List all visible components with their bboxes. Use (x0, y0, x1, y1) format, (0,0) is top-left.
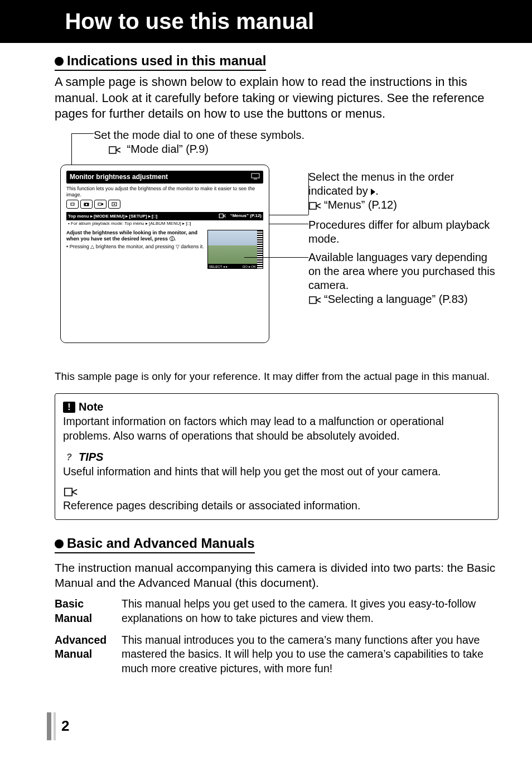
top-menu-path: Top menu ▸ [MODE MENU] ▸ [SETUP] ▸ [□] (68, 214, 157, 219)
top-menu-ref: “Menus” (P.12) (230, 213, 262, 218)
basic-manual-desc: This manual helps you get used to the ca… (122, 597, 499, 625)
basic-manual-row: Basic Manual This manual helps you get u… (55, 597, 499, 625)
basic-manual-label: Basic Manual (55, 597, 110, 625)
page-tab-inner (54, 712, 56, 740)
reference-body: Reference pages describing details or as… (63, 499, 490, 513)
bullet-icon (55, 57, 64, 66)
mode-dial-note: Set the mode dial to one of these symbol… (94, 129, 304, 156)
note-icon: ! (63, 402, 75, 413)
leader-line (269, 224, 308, 224)
sample-diagram: Set the mode dial to one of these symbol… (55, 129, 499, 352)
bullet-icon (55, 539, 64, 548)
svg-point-4 (86, 204, 88, 205)
mode-icon-auto (66, 200, 79, 209)
svg-rect-0 (252, 173, 259, 178)
page-tab (47, 712, 51, 740)
advanced-manual-label: Advanced Manual (55, 633, 110, 676)
header-spacer (0, 6, 55, 39)
photo-go-label: GO ▸ OK (243, 264, 256, 268)
tips-body: Useful information and hints that will h… (63, 465, 490, 479)
note-heading-text: Note (79, 401, 103, 413)
tips-heading: ? TIPS (63, 451, 490, 464)
sample-photo: SELECT ◂ ▸ GO ▸ OK (207, 230, 263, 269)
mode-icon-movie (94, 200, 107, 209)
mode-icon-row (66, 200, 263, 209)
page-title: How to use this manual (57, 4, 314, 40)
section-heading-text: Indications used in this manual (67, 53, 266, 68)
sample-album-line: • For album playback mode: Top menu ▸ [A… (66, 220, 263, 226)
annotation-menus-ref: “Menus” (P.12) (324, 199, 397, 211)
sample-page-box: Monitor brightness adjustment This funct… (60, 165, 269, 343)
section-heading-manuals-text: Basic and Advanced Manuals (67, 536, 255, 551)
advanced-manual-row: Advanced Manual This manual introduces y… (55, 633, 499, 676)
sample-photo-bar: SELECT ◂ ▸ GO ▸ OK (208, 264, 257, 268)
annotation-menus-text: Select the menus in the order indicated … (308, 171, 454, 197)
reference-icon (308, 296, 322, 305)
section-heading-indications: Indications used in this manual (55, 53, 266, 71)
annotation-language: Available languages vary depending on th… (308, 250, 498, 306)
sample-header: Monitor brightness adjustment (66, 171, 263, 184)
leader-line (269, 215, 308, 215)
advanced-manual-desc: This manual introduces you to the camera… (122, 633, 499, 676)
reference-icon (308, 201, 322, 210)
annotation-language-text: Available languages vary depending on th… (308, 251, 495, 291)
mode-dial-note-line1: Set the mode dial to one of these symbol… (94, 129, 304, 142)
tips-heading-text: TIPS (79, 451, 103, 464)
leader-line (71, 133, 94, 134)
page-number: 2 (61, 717, 69, 735)
annotation-language-ref: “Selecting a language” (P.83) (324, 293, 468, 305)
photo-select-label: SELECT ◂ ▸ (209, 264, 228, 268)
mode-icon-camera (80, 200, 93, 209)
reference-icon (108, 146, 122, 155)
reference-icon (219, 213, 226, 219)
notes-box: ! Note Important information on factors … (55, 393, 499, 519)
sample-instruction: Adjust the brightness while looking in t… (66, 230, 204, 269)
note-heading: ! Note (63, 401, 490, 413)
section-heading-manuals: Basic and Advanced Manuals (55, 536, 255, 553)
annotation-menus: Select the menus in the order indicated … (308, 170, 492, 212)
mode-dial-ref: “Mode dial” (P.9) (127, 143, 209, 155)
sample-top-menu: Top menu ▸ [MODE MENU] ▸ [SETUP] ▸ [□] “… (66, 212, 263, 220)
svg-rect-2 (71, 203, 74, 205)
sample-instruction-sub: • Pressing △ brightens the monitor, and … (66, 244, 204, 250)
sample-subtitle: This function lets you adjust the bright… (66, 186, 263, 198)
sample-title: Monitor brightness adjustment (70, 173, 168, 181)
page-header: How to use this manual (0, 0, 532, 43)
reference-icon (63, 487, 79, 497)
annotation-album: Procedures differ for album playback mod… (308, 218, 498, 246)
tips-icon: ? (63, 452, 75, 463)
mode-icon-play (108, 200, 120, 209)
intro-paragraph: A sample page is shown below to explain … (55, 74, 499, 122)
note-body: Important information on factors which m… (63, 414, 490, 443)
leader-line (244, 257, 308, 258)
manuals-intro: The instruction manual accompanying this… (55, 560, 499, 591)
sample-caption: This sample page is only for your refere… (55, 370, 499, 384)
sample-instruction-bold: Adjust the brightness while looking in t… (66, 230, 204, 242)
monitor-icon (251, 173, 260, 181)
svg-rect-5 (98, 203, 101, 205)
